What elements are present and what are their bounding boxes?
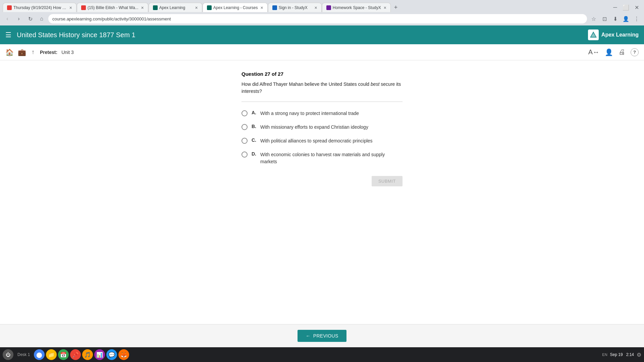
account-icon[interactable]: 👤 — [605, 48, 613, 56]
reload-button[interactable]: ↻ — [25, 14, 35, 23]
answer-option-c[interactable]: C. With political alliances to spread de… — [241, 137, 402, 144]
apex-logo-svg — [589, 31, 597, 39]
main-content: Question 27 of 27 How did Alfred Thayer … — [0, 60, 644, 197]
address-bar-row: ‹ › ↻ ⌂ course.apexlearning.com/public/a… — [0, 12, 644, 25]
taskbar-right: EN Sep 19 2:14 ⚙ — [602, 352, 641, 358]
sub-header: 🏠 💼 ↑ Pretest: Unit 3 A↔ 👤 🖨 ? — [0, 44, 644, 60]
taskbar-app6-icon[interactable]: 💬 — [106, 349, 117, 360]
tab-6[interactable]: Homework Space - StudyX × — [322, 3, 391, 12]
answer-option-a[interactable]: A. With a strong navy to protect interna… — [241, 110, 402, 117]
taskbar: ⏻ Desk 1 ⬤ 📁 📅 📌 🎵 📊 💬 🦊 EN Sep 19 2:14 … — [0, 347, 644, 362]
back-button[interactable]: ‹ — [3, 14, 12, 23]
extension-icon[interactable]: ⊡ — [600, 14, 609, 23]
menu-icon[interactable]: ⋮ — [632, 14, 641, 23]
answer-option-d[interactable]: D. With economic colonies to harvest raw… — [241, 151, 402, 165]
answer-letter-c: C. — [252, 137, 256, 143]
minimize-button[interactable]: ─ — [610, 3, 620, 12]
taskbar-chrome-icon[interactable]: ⬤ — [34, 349, 45, 360]
radio-a[interactable] — [241, 110, 248, 116]
new-tab-button[interactable]: + — [391, 3, 400, 12]
tab-2-close[interactable]: × — [139, 5, 144, 10]
url-text: course.apexlearning.com/public/activity/… — [52, 16, 171, 21]
taskbar-app4-icon[interactable]: 🎵 — [82, 349, 93, 360]
tab-6-label: Homework Space - StudyX — [333, 5, 381, 10]
previous-button[interactable]: ← PREVIOUS — [298, 330, 346, 342]
home-icon[interactable]: 🏠 — [5, 48, 14, 56]
tab-5-label: Sign in - StudyX — [279, 5, 312, 10]
tab-4-label: Apex Learning - Courses — [213, 5, 258, 10]
radio-d[interactable] — [241, 152, 248, 158]
apex-logo-text: Apex Learning — [601, 32, 639, 38]
answer-text-a: With a strong navy to protect internatio… — [260, 110, 359, 117]
tab-3-label: Apex Learning — [159, 5, 193, 10]
taskbar-files-icon[interactable]: 📁 — [46, 349, 57, 360]
tab-5[interactable]: Sign in - StudyX × — [268, 3, 322, 12]
toolbar-icons: ☆ ⊡ ⬇ 👤 ⋮ — [589, 14, 641, 23]
radio-b[interactable] — [241, 124, 248, 130]
tab-5-close[interactable]: × — [312, 5, 317, 10]
answer-options: A. With a strong navy to protect interna… — [241, 110, 402, 165]
taskbar-app5-icon[interactable]: 📊 — [94, 349, 105, 360]
address-input[interactable]: course.apexlearning.com/public/activity/… — [48, 14, 587, 23]
question-text-italic: best — [371, 81, 379, 87]
translate-icon[interactable]: A↔ — [588, 48, 599, 56]
taskbar-clock: Sep 19 2:14 — [610, 352, 634, 357]
answer-text-c: With political alliances to spread democ… — [260, 137, 373, 144]
keyboard-layout-indicator: EN — [602, 353, 607, 357]
question-text: How did Alfred Thayer Mahan believe the … — [241, 81, 402, 95]
downloads-icon[interactable]: ⬇ — [610, 14, 620, 23]
browser-chrome: Thursday (9/19/2024) How to... × (15) Bi… — [0, 0, 644, 25]
print-icon[interactable]: 🖨 — [619, 48, 625, 56]
previous-arrow-icon: ← — [306, 333, 310, 339]
taskbar-calendar-icon[interactable]: 📅 — [58, 349, 69, 360]
tab-4-favicon — [207, 5, 212, 10]
answer-option-b[interactable]: B. With missionary efforts to expand Chr… — [241, 124, 402, 131]
taskbar-app3-icon[interactable]: 📌 — [70, 349, 81, 360]
answer-letter-a: A. — [252, 110, 256, 115]
bookmark-icon[interactable]: ☆ — [589, 14, 598, 23]
taskbar-firefox-icon[interactable]: 🦊 — [118, 349, 129, 360]
question-container: Question 27 of 27 How did Alfred Thayer … — [241, 71, 402, 186]
maximize-button[interactable]: ⬜ — [621, 3, 631, 12]
pretest-value: Unit 3 — [61, 50, 74, 55]
tab-bar: Thursday (9/19/2024) How to... × (15) Bi… — [0, 0, 644, 12]
window-controls: ─ ⬜ ✕ — [610, 3, 644, 12]
tab-3-close[interactable]: × — [193, 5, 198, 10]
tab-4[interactable]: Apex Learning - Courses × — [203, 3, 268, 12]
home-nav-button[interactable]: ⌂ — [37, 14, 46, 23]
question-header: Question 27 of 27 — [241, 71, 402, 77]
answer-letter-b: B. — [252, 124, 256, 129]
submit-row: SUBMIT — [241, 176, 402, 186]
tab-1[interactable]: Thursday (9/19/2024) How to... × — [3, 3, 76, 12]
app-header: ☰ United States History since 1877 Sem 1… — [0, 25, 644, 44]
tab-4-close[interactable]: × — [258, 5, 263, 10]
hamburger-menu[interactable]: ☰ — [5, 31, 11, 39]
tab-6-close[interactable]: × — [381, 5, 386, 10]
profile-icon[interactable]: 👤 — [621, 14, 631, 23]
answer-text-b: With missionary efforts to expand Christ… — [260, 124, 368, 131]
previous-label: PREVIOUS — [313, 333, 338, 339]
bottom-nav: ← PREVIOUS — [0, 324, 644, 347]
submit-button[interactable]: SUBMIT — [372, 176, 402, 186]
question-divider — [241, 102, 402, 102]
tab-5-favicon — [272, 5, 277, 10]
tab-3[interactable]: Apex Learning × — [149, 3, 202, 12]
forward-button[interactable]: › — [14, 14, 23, 23]
close-window-button[interactable]: ✕ — [632, 3, 641, 12]
question-text-before: How did Alfred Thayer Mahan believe the … — [241, 81, 371, 87]
tab-1-label: Thursday (9/19/2024) How to... — [13, 5, 67, 10]
taskbar-power-icon[interactable]: ⏻ — [3, 349, 13, 360]
tab-1-favicon — [7, 5, 12, 10]
upload-icon: ↑ — [32, 49, 35, 56]
tab-6-favicon — [326, 5, 331, 10]
help-icon[interactable]: ? — [631, 48, 639, 56]
briefcase-icon[interactable]: 💼 — [18, 48, 26, 56]
radio-c[interactable] — [241, 138, 248, 144]
tab-2[interactable]: (15) Billie Eilish - What Wa... × — [77, 3, 148, 12]
answer-text-d: With economic colonies to harvest raw ma… — [260, 151, 402, 165]
taskbar-settings-icon[interactable]: ⚙ — [637, 352, 641, 358]
apex-logo: Apex Learning — [588, 29, 639, 40]
tab-1-close[interactable]: × — [67, 5, 72, 10]
taskbar-desk-label: Desk 1 — [17, 352, 30, 357]
apex-logo-icon — [588, 29, 599, 40]
